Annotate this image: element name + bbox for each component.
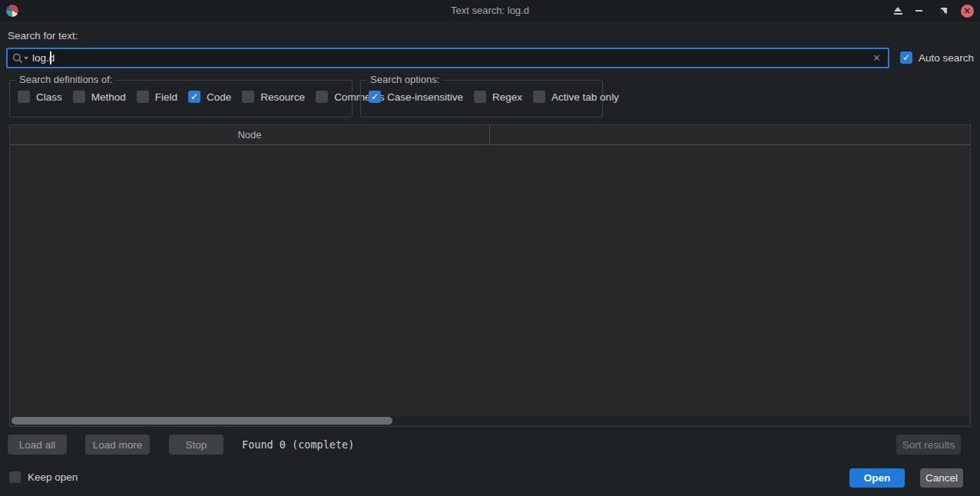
search-for-text-label: Search for text: [8, 30, 78, 41]
title-bar: Text search: log.d ✕ [0, 0, 980, 21]
window-title: Text search: log.d [0, 0, 980, 21]
shade-icon [894, 7, 902, 12]
stop-button[interactable]: Stop [169, 435, 223, 455]
clear-search-icon[interactable]: ✕ [872, 52, 881, 64]
sort-results-button[interactable]: Sort results [896, 435, 961, 455]
maximize-icon [940, 8, 947, 15]
close-icon: ✕ [961, 5, 974, 18]
keep-open-checkbox[interactable]: Keep open [9, 471, 78, 483]
auto-search-checkbox[interactable]: Auto search [900, 51, 974, 64]
search-options-legend: Search options: [367, 74, 442, 85]
results-count-status: Found 0 (complete) [242, 438, 354, 451]
load-more-button[interactable]: Load more [85, 435, 150, 455]
minimize-button[interactable] [912, 0, 925, 21]
search-definitions-group: Search definitions of: Class Method Fiel… [9, 80, 353, 117]
horizontal-scrollbar-thumb[interactable] [12, 417, 392, 425]
close-button[interactable]: ✕ [955, 0, 979, 21]
results-table-header: Node [10, 125, 970, 145]
column-header-code[interactable] [490, 125, 970, 144]
search-icon[interactable] [12, 53, 28, 64]
maximize-button[interactable] [937, 0, 949, 21]
checkbox-case-insensitive[interactable]: Case-insensitive [369, 91, 463, 103]
minimize-icon [915, 10, 922, 12]
cancel-button[interactable]: Cancel [920, 468, 963, 488]
column-header-node[interactable]: Node [10, 125, 490, 144]
keep-open-label: Keep open [28, 471, 78, 483]
search-options-group: Search options: Case-insensitive Regex A… [360, 80, 603, 117]
search-options-dropdown-icon [24, 57, 28, 60]
load-all-button[interactable]: Load all [8, 435, 67, 455]
shade-button[interactable] [891, 0, 905, 21]
text-caret [50, 51, 51, 64]
open-button[interactable]: Open [849, 468, 905, 488]
search-definitions-legend: Search definitions of: [16, 74, 115, 85]
checkbox-code[interactable]: Code [188, 91, 231, 103]
results-table: Node [9, 124, 971, 427]
checkbox-method[interactable]: Method [73, 91, 126, 103]
checkbox-resource[interactable]: Resource [242, 91, 305, 103]
search-input[interactable]: log.d ✕ [6, 48, 889, 68]
checkbox-class[interactable]: Class [18, 91, 62, 103]
horizontal-scrollbar[interactable] [11, 416, 969, 425]
auto-search-label: Auto search [919, 52, 974, 64]
checkbox-regex[interactable]: Regex [474, 91, 522, 103]
checkbox-active-tab-only[interactable]: Active tab only [533, 91, 619, 103]
checkbox-field[interactable]: Field [137, 91, 177, 103]
auto-search-checkbox-box[interactable] [900, 51, 912, 64]
results-table-body [10, 146, 970, 416]
